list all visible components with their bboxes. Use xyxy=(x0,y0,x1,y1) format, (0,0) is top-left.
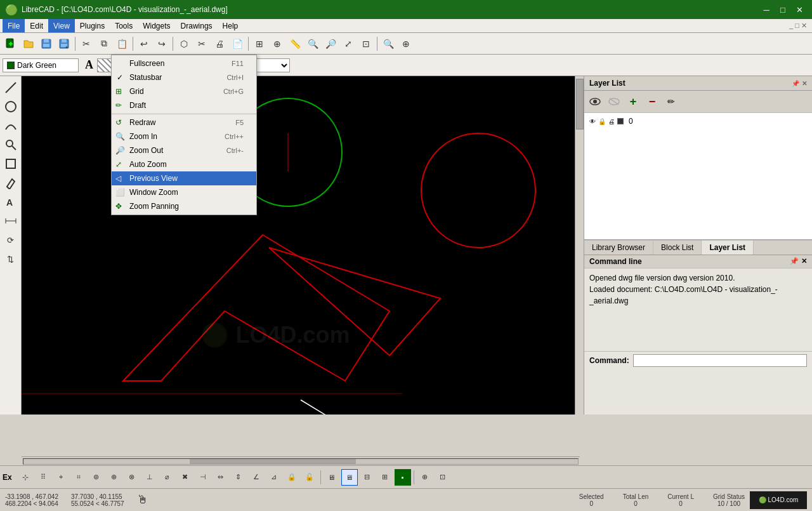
vertical-scrollbar[interactable] xyxy=(575,76,584,415)
paste-button[interactable]: 📋 xyxy=(114,36,130,52)
add-layer[interactable]: + xyxy=(625,93,641,110)
menu-zoom-panning[interactable]: ✥ Zoom Panning xyxy=(112,199,256,213)
tab-block-list[interactable]: Block List xyxy=(653,241,702,255)
restrict-btn[interactable]: ⊣ xyxy=(195,469,211,486)
show-all-layers[interactable] xyxy=(587,93,603,110)
snap-x[interactable]: ✖ xyxy=(177,469,193,486)
restrict-rel[interactable]: ⊿ xyxy=(266,469,282,486)
new-button[interactable] xyxy=(3,36,19,52)
line-tool[interactable] xyxy=(2,79,20,96)
snap-tang[interactable]: ⌀ xyxy=(159,469,176,486)
snap-connect2[interactable]: ⌗ xyxy=(70,469,87,486)
select-button[interactable]: ⬡ xyxy=(176,36,192,52)
menu-window-zoom[interactable]: ⬜ Window Zoom xyxy=(112,185,256,199)
restrict-angle[interactable]: ∠ xyxy=(248,469,265,486)
measure-button[interactable]: 📏 xyxy=(287,36,303,52)
snap-center[interactable]: ⊛ xyxy=(88,469,105,486)
menu-file[interactable]: File xyxy=(3,19,25,32)
view-split-h[interactable]: ⊟ xyxy=(359,469,376,486)
menu-grid[interactable]: ⊞ Grid Ctrl+G xyxy=(112,84,256,98)
command-pin[interactable]: 📌 xyxy=(790,257,799,266)
snap-unlock[interactable]: 🔓 xyxy=(301,469,318,486)
hscroll-track[interactable] xyxy=(23,458,579,465)
layout-btn1[interactable]: ⊕ xyxy=(417,469,433,486)
cut-button[interactable]: ✂ xyxy=(78,36,95,52)
search-tool[interactable] xyxy=(2,136,20,154)
zoom-out-tb[interactable]: 🔎 xyxy=(322,36,339,52)
save-as-button[interactable]: + xyxy=(56,36,72,52)
hide-all-layers[interactable] xyxy=(606,93,622,110)
snap-grid-btn[interactable]: ⊹ xyxy=(17,469,34,486)
view-single[interactable]: 🖥 xyxy=(324,469,340,486)
menu-view[interactable]: View xyxy=(48,19,75,32)
horizontal-scrollbar[interactable] xyxy=(22,456,580,465)
view-split-v[interactable]: ⊞ xyxy=(377,469,393,486)
grid-toggle[interactable]: ⊞ xyxy=(251,36,268,52)
view-active[interactable]: 🖥 xyxy=(341,469,358,486)
menu-draft[interactable]: ✏ Draft xyxy=(112,98,256,112)
tab-library-browser[interactable]: Library Browser xyxy=(584,241,653,255)
menu-previous-view[interactable]: ◁ Previous View xyxy=(112,171,256,185)
command-input[interactable] xyxy=(633,354,807,367)
undo-button[interactable]: ↩ xyxy=(136,36,152,52)
target-button[interactable]: ⊕ xyxy=(398,36,414,52)
menu-widgets[interactable]: Widgets xyxy=(138,19,175,32)
command-close[interactable]: ✕ xyxy=(801,257,807,266)
remove-layer[interactable]: − xyxy=(644,93,660,110)
layer-indicator[interactable]: Dark Green xyxy=(3,58,79,72)
snap-dots-btn[interactable]: ⠿ xyxy=(35,469,51,486)
dim-tool[interactable] xyxy=(2,212,20,230)
search-button[interactable]: 🔍 xyxy=(380,36,396,52)
edit-layer[interactable]: ✏ xyxy=(663,93,679,110)
vscroll-thumb[interactable] xyxy=(576,79,584,129)
layer-row[interactable]: 👁 🔒 🖨 0 xyxy=(587,116,809,127)
restrict-v[interactable]: ⇕ xyxy=(230,469,247,486)
layout-btn2[interactable]: ⊡ xyxy=(435,469,451,486)
menu-zoom-out[interactable]: 🔎 Zoom Out Ctrl+- xyxy=(112,143,256,157)
menu-fullscreen[interactable]: Fullscreen F11 xyxy=(112,56,256,70)
rect-tool[interactable] xyxy=(2,155,20,173)
save-button[interactable] xyxy=(38,36,55,52)
cut2-button[interactable]: ✂ xyxy=(193,36,210,52)
restrict-h[interactable]: ⇔ xyxy=(213,469,229,486)
tab-layer-list[interactable]: Layer List xyxy=(702,241,754,255)
snap-mid[interactable]: ⊕ xyxy=(106,469,122,486)
total-len-stat: Total Len 0 xyxy=(623,493,649,507)
panel-close[interactable]: ✕ xyxy=(802,80,807,87)
canvas-area[interactable]: 🟢 LO4D.com xyxy=(22,76,584,415)
edit-tool[interactable] xyxy=(2,174,20,192)
menu-auto-zoom[interactable]: ⤢ Auto Zoom xyxy=(112,157,256,171)
menu-tools[interactable]: Tools xyxy=(110,19,138,32)
print2-button[interactable]: 📄 xyxy=(229,36,246,52)
menu-drawings[interactable]: Drawings xyxy=(176,19,218,32)
print-button[interactable]: 🖨 xyxy=(211,36,228,52)
text-tool[interactable]: A xyxy=(2,193,20,211)
snap-button[interactable]: ⊕ xyxy=(269,36,285,52)
snap-lock[interactable]: 🔒 xyxy=(284,469,300,486)
menu-edit[interactable]: Edit xyxy=(25,19,48,32)
minimize-button[interactable]: ─ xyxy=(759,3,774,16)
snap-end[interactable]: ⊗ xyxy=(124,469,140,486)
close-button[interactable]: ✕ xyxy=(792,3,807,16)
menu-statusbar[interactable]: ✓ Statusbar Ctrl+I xyxy=(112,70,256,84)
snap-perp[interactable]: ⊥ xyxy=(141,469,158,486)
panel-pin[interactable]: 📌 xyxy=(792,80,799,87)
redo-button[interactable]: ↪ xyxy=(154,36,170,52)
maximize-button[interactable]: □ xyxy=(775,3,790,16)
flip-tool[interactable]: ⇅ xyxy=(2,250,20,268)
zoom-in-tb[interactable]: 🔍 xyxy=(304,36,321,52)
curve-tool[interactable] xyxy=(2,117,20,135)
snap-connect1[interactable]: ⌖ xyxy=(53,469,69,486)
menu-plugins[interactable]: Plugins xyxy=(75,19,110,32)
view-full[interactable]: ▪ xyxy=(395,469,411,486)
zoom-all[interactable]: ⤢ xyxy=(340,36,357,52)
open-button[interactable] xyxy=(20,36,37,52)
menu-help[interactable]: Help xyxy=(218,19,244,32)
menu-zoom-in[interactable]: 🔍 Zoom In Ctrl++ xyxy=(112,129,256,143)
rotate-tool[interactable]: ⟳ xyxy=(2,231,20,249)
copy-button[interactable]: ⧉ xyxy=(96,36,112,52)
menu-redraw[interactable]: ↺ Redraw F5 xyxy=(112,116,256,129)
circle-tool[interactable] xyxy=(2,98,20,116)
zoom-sel[interactable]: ⊡ xyxy=(358,36,374,52)
hscroll-thumb[interactable] xyxy=(190,459,356,464)
